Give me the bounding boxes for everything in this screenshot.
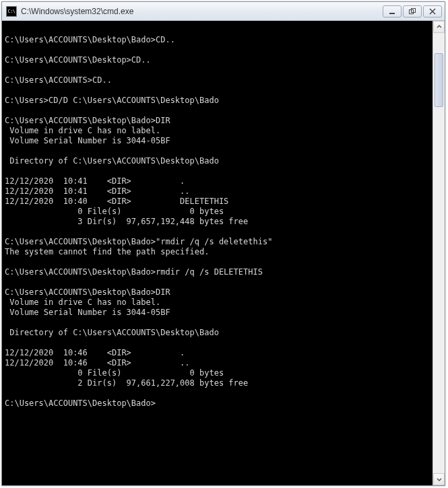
terminal-line: 12/12/2020 10:46 <DIR> . [5,348,430,358]
terminal-line [5,45,430,55]
terminal-line [5,388,430,398]
terminal-line [5,106,430,116]
terminal-line: The system cannot find the path specifie… [5,247,430,257]
cmd-window: C:\ C:\Windows\system32\cmd.exe [1,1,445,486]
vertical-scrollbar[interactable] [433,21,445,485]
terminal-line: 12/12/2020 10:46 <DIR> .. [5,358,430,368]
terminal-line: Volume in drive C has no label. [5,298,430,308]
scroll-track[interactable] [433,33,445,473]
terminal-line: C:\Users\ACCOUNTS\Desktop\Bado>CD.. [5,35,430,45]
cmd-icon: C:\ [6,6,17,17]
close-button[interactable] [423,5,442,18]
terminal-line: C:\Users>CD/D C:\Users\ACCOUNTS\Desktop\… [5,96,430,106]
terminal-line: Volume Serial Number is 3044-05BF [5,308,430,318]
terminal-line: 0 File(s) 0 bytes [5,207,430,217]
terminal-line [5,65,430,75]
terminal-line: 2 Dir(s) 97,661,227,008 bytes free [5,378,430,388]
terminal-line: C:\Users\ACCOUNTS\Desktop\Bado>"rmdir /q… [5,237,430,247]
terminal-line: C:\Users\ACCOUNTS\Desktop\Bado>DIR [5,116,430,126]
terminal-line [5,227,430,237]
terminal-line [5,166,430,176]
window-title: C:\Windows\system32\cmd.exe [21,7,383,16]
terminal-line [5,25,430,35]
chevron-down-icon [437,477,442,482]
terminal-line [5,318,430,328]
scroll-down-button[interactable] [433,473,445,485]
minimize-icon [389,8,395,15]
scroll-up-button[interactable] [433,21,445,33]
maximize-button[interactable] [403,5,422,18]
terminal-line [5,338,430,348]
terminal-line: Volume Serial Number is 3044-05BF [5,136,430,146]
terminal-line: C:\Users\ACCOUNTS\Desktop>CD.. [5,55,430,65]
terminal-line: Directory of C:\Users\ACCOUNTS\Desktop\B… [5,156,430,166]
terminal-line: 3 Dir(s) 97,657,192,448 bytes free [5,217,430,227]
terminal-line [5,277,430,287]
window-controls [383,5,442,18]
chevron-up-icon [437,24,442,30]
close-icon [429,8,436,15]
terminal-line: 12/12/2020 10:41 <DIR> .. [5,186,430,197]
terminal-line: 12/12/2020 10:40 <DIR> DELETETHIS [5,197,430,207]
terminal-line: C:\Users\ACCOUNTS\Desktop\Bado>DIR [5,287,430,298]
terminal-line: Directory of C:\Users\ACCOUNTS\Desktop\B… [5,328,430,338]
terminal-line: 12/12/2020 10:41 <DIR> . [5,176,430,186]
terminal-line [5,257,430,267]
svg-rect-0 [389,13,395,14]
minimize-button[interactable] [383,5,402,18]
terminal-output[interactable]: C:\Users\ACCOUNTS\Desktop\Bado>CD.. C:\U… [2,21,433,485]
maximize-icon [409,8,416,15]
terminal-line [5,85,430,96]
terminal-area: C:\Users\ACCOUNTS\Desktop\Bado>CD.. C:\U… [2,21,445,485]
terminal-line: Volume in drive C has no label. [5,126,430,136]
terminal-line: C:\Users\ACCOUNTS\Desktop\Bado>rmdir /q … [5,267,430,277]
terminal-line: C:\Users\ACCOUNTS>CD.. [5,75,430,85]
terminal-line: C:\Users\ACCOUNTS\Desktop\Bado> [5,398,430,409]
scroll-thumb[interactable] [435,53,443,107]
terminal-line [5,146,430,156]
titlebar[interactable]: C:\ C:\Windows\system32\cmd.exe [2,2,445,21]
terminal-line: 0 File(s) 0 bytes [5,368,430,378]
cmd-icon-label: C:\ [7,9,15,14]
